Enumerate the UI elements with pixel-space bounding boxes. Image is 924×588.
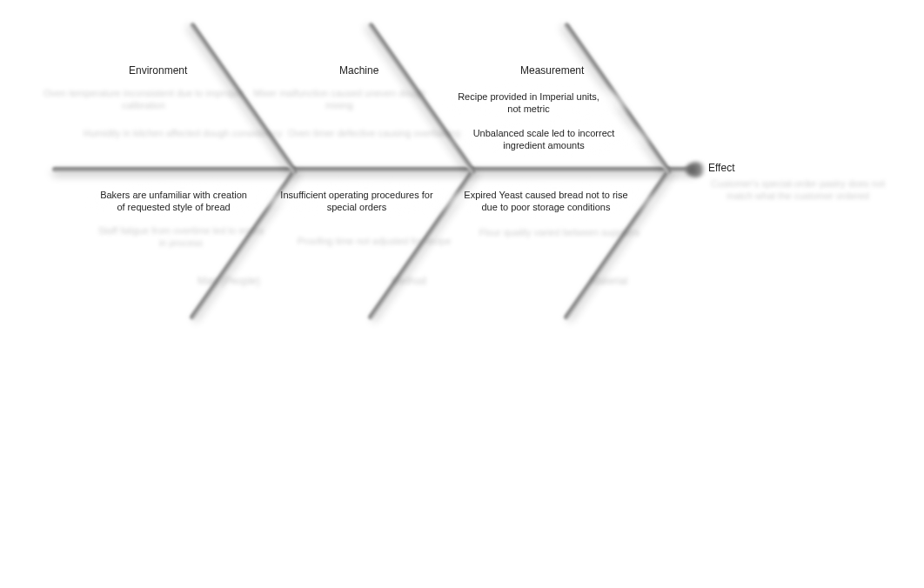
method-cause-1: Insufficient operating procedures for sp… xyxy=(278,189,435,213)
effect-description-ghost: Customer's special-order pastry does not… xyxy=(706,177,889,202)
measurement-cause-1: Recipe provided in Imperial units, not m… xyxy=(452,90,605,115)
effect-label: Effect xyxy=(708,162,734,174)
measurement-cause-2: Unbalanced scale led to incorrect ingred… xyxy=(461,127,626,151)
method-cause-2-ghost: Proofing time not adjusted for recipe xyxy=(287,235,461,247)
people-cause-1: Bakers are unfamiliar with creation of r… xyxy=(97,189,250,213)
machine-cause-2-ghost: Oven timer defective causing overbaking xyxy=(287,127,461,139)
category-material-ghost: Material xyxy=(574,275,644,287)
spine xyxy=(52,167,696,172)
material-cause-1: Expired Yeast caused bread not to rise d… xyxy=(461,189,631,213)
material-cause-2-ghost: Flour quality varied between suppliers xyxy=(477,226,642,238)
category-measurement: Measurement xyxy=(520,64,584,77)
fishbone-diagram: Environment Machine Measurement Effect C… xyxy=(0,0,924,588)
environment-cause-1-ghost: Oven temperature inconsistent due to imp… xyxy=(44,87,244,111)
people-cause-2-ghost: Staff fatigue from overtime led to error… xyxy=(94,224,268,249)
machine-cause-1-ghost: Mixer malfunction caused uneven dough mi… xyxy=(252,87,426,111)
category-method-ghost: Method xyxy=(374,275,444,287)
category-people-ghost: Man (People) xyxy=(190,275,268,287)
spine-arrowhead xyxy=(686,162,706,177)
category-machine: Machine xyxy=(339,64,378,77)
category-environment: Environment xyxy=(129,64,187,77)
environment-cause-2-ghost: Humidity in kitchen affected dough consi… xyxy=(83,127,283,139)
